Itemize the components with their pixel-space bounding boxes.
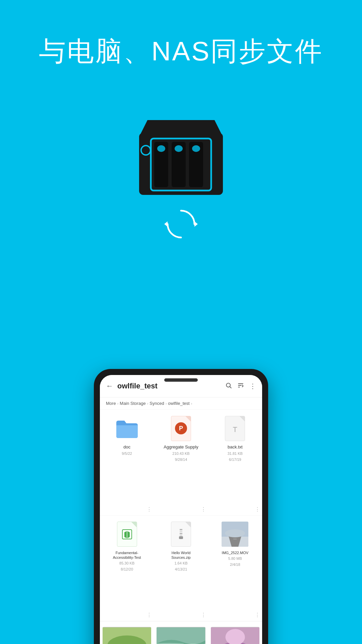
- file-name-txt: back.txt: [228, 444, 243, 450]
- file-date-epub: 8/12/20: [121, 567, 133, 572]
- zip-icon-area: [168, 521, 194, 548]
- breadcrumb-main-storage[interactable]: Main Storage: [120, 401, 145, 406]
- file-name-doc: doc: [123, 444, 130, 450]
- file-item-mov[interactable]: IMG_2522.MOV 5.80 MB 2/4/18 ⋮: [208, 516, 262, 622]
- svg-marker-10: [164, 221, 168, 227]
- bottom-thumb-2: [157, 627, 205, 644]
- file-size-ppt: 210.43 KB: [172, 451, 189, 456]
- breadcrumb-sep-4: ›: [191, 401, 192, 406]
- breadcrumb-sep-2: ›: [147, 401, 148, 406]
- file-more-zip[interactable]: ⋮: [201, 612, 206, 618]
- file-date-ppt: 9/28/14: [175, 457, 187, 462]
- sync-icon-container: [0, 207, 362, 241]
- file-item-doc[interactable]: doc 9/5/22 ⋮: [100, 410, 154, 516]
- file-name-zip: Hello World Sources.zip: [163, 550, 199, 560]
- svg-point-8: [192, 145, 200, 152]
- file-name-mov: IMG_2522.MOV: [222, 550, 248, 555]
- breadcrumb: More › Main Storage › Synced › owlfile_t…: [100, 397, 262, 410]
- svg-rect-17: [180, 529, 182, 530]
- file-date-mov: 2/4/18: [230, 562, 240, 567]
- bottom-item-3[interactable]: [208, 621, 262, 644]
- breadcrumb-owlfile[interactable]: owlfile_test: [168, 401, 189, 406]
- file-date-zip: 4/13/21: [175, 567, 187, 572]
- file-size-epub: 85.30 KB: [119, 561, 134, 566]
- app-bar-icons: ⋮: [225, 382, 256, 390]
- bottom-row: [100, 621, 262, 644]
- file-size-zip: 1.64 KB: [174, 561, 187, 566]
- svg-rect-20: [180, 535, 182, 536]
- nas-icon-container: [0, 97, 362, 197]
- file-item-txt[interactable]: T back.txt 31.81 KB 6/17/19 ⋮: [208, 410, 262, 516]
- file-date-doc: 9/5/22: [122, 451, 132, 456]
- phone-speaker: [164, 378, 198, 382]
- breadcrumb-synced[interactable]: Synced: [149, 401, 164, 406]
- file-size-txt: 31.81 KB: [228, 451, 243, 456]
- search-icon[interactable]: [225, 382, 232, 390]
- bottom-thumb-3: [211, 627, 259, 644]
- file-name-epub: Fundamental-Accessibility-Test: [109, 550, 145, 560]
- bottom-thumb-1: [103, 627, 151, 644]
- breadcrumb-sep-3: ›: [166, 401, 167, 406]
- svg-rect-18: [180, 531, 182, 532]
- file-size-mov: 5.80 MB: [228, 556, 242, 561]
- breadcrumb-sep-1: ›: [117, 401, 119, 406]
- file-item-ppt[interactable]: P Aggregate Supply 210.43 KB 9/28/14 ⋮: [154, 410, 208, 516]
- file-name-ppt: Aggregate Supply: [164, 444, 198, 450]
- breadcrumb-more[interactable]: More: [106, 401, 116, 406]
- svg-point-25: [225, 529, 245, 537]
- file-more-epub[interactable]: ⋮: [146, 612, 152, 618]
- svg-line-12: [230, 386, 232, 388]
- overflow-menu-icon[interactable]: ⋮: [249, 382, 256, 390]
- file-more-doc[interactable]: ⋮: [146, 506, 152, 513]
- svg-point-11: [226, 383, 230, 387]
- page-title: 与电脑、NAS同步文件: [0, 0, 362, 90]
- file-date-txt: 6/17/19: [229, 457, 241, 462]
- bottom-item-2[interactable]: [154, 621, 208, 644]
- epub-icon-area: [114, 521, 140, 548]
- sort-icon[interactable]: [237, 382, 244, 390]
- file-grid-row1: doc 9/5/22 ⋮ P Aggregate Supply 210.43: [100, 410, 262, 516]
- svg-point-6: [157, 145, 165, 152]
- file-more-txt[interactable]: ⋮: [255, 506, 260, 513]
- sync-icon: [164, 207, 198, 241]
- phone-mockup: ← owlfile_test: [94, 369, 268, 644]
- svg-rect-24: [233, 538, 237, 540]
- folder-title: owlfile_test: [117, 382, 225, 390]
- back-button[interactable]: ←: [106, 382, 113, 390]
- svg-rect-21: [179, 536, 183, 539]
- file-item-epub[interactable]: Fundamental-Accessibility-Test 85.30 KB …: [100, 516, 154, 622]
- phone-screen: ← owlfile_test: [100, 375, 262, 644]
- svg-marker-9: [194, 221, 198, 227]
- file-item-zip[interactable]: Hello World Sources.zip 1.64 KB 4/13/21 …: [154, 516, 208, 622]
- mov-icon-area: [222, 521, 248, 548]
- svg-point-7: [175, 145, 183, 152]
- nas-icon: [134, 97, 228, 197]
- svg-rect-19: [180, 533, 182, 534]
- file-grid-row2: Fundamental-Accessibility-Test 85.30 KB …: [100, 516, 262, 622]
- bottom-item-1[interactable]: [100, 621, 154, 644]
- file-more-mov[interactable]: ⋮: [255, 612, 260, 618]
- txt-icon-area: T: [222, 415, 248, 442]
- file-more-ppt[interactable]: ⋮: [201, 506, 206, 513]
- folder-icon-doc: [114, 415, 140, 442]
- ppt-icon-area: P: [168, 415, 194, 442]
